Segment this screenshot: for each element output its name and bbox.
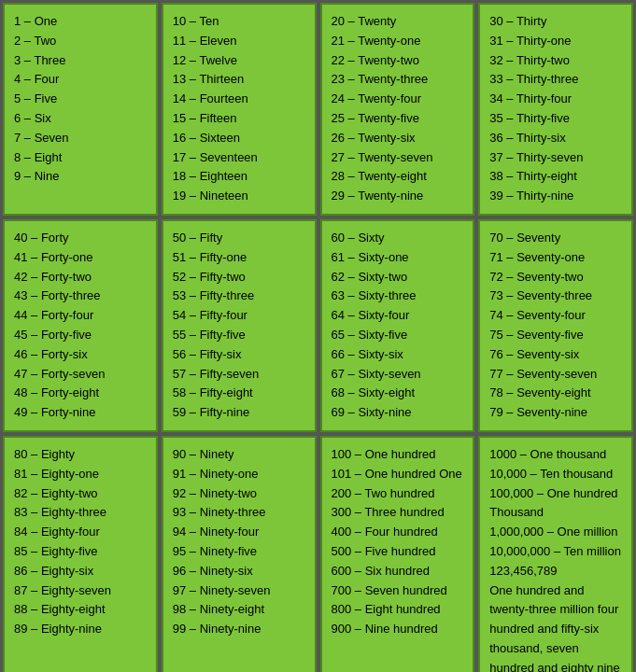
number-line: 34 – Thirty-four — [489, 90, 622, 109]
number-cell-cell-1000-plus: 1000 – One thousand10,000 – Ten thousand… — [478, 436, 633, 672]
number-line: 42 – Forty-two — [14, 268, 147, 287]
number-line: 91 – Ninety-one — [173, 465, 305, 484]
number-line: 39 – Thirty-nine — [489, 187, 622, 206]
number-line: 500 – Five hundred — [332, 542, 464, 562]
number-line: 100,000 – One hundred Thousand — [489, 484, 622, 524]
number-line: 900 – Nine hundred — [332, 620, 464, 639]
number-line: 400 – Four hundred — [332, 523, 464, 542]
number-line: 22 – Twenty-two — [332, 51, 464, 71]
number-line: One hundred and twenty-three million fou… — [489, 581, 622, 672]
number-line: 123,456,789 — [489, 562, 622, 581]
number-line: 40 – Forty — [14, 229, 147, 248]
number-cell-cell-50-59: 50 – Fifty51 – Fifty-one52 – Fifty-two53… — [162, 219, 317, 432]
number-line: 62 – Sixty-two — [332, 268, 464, 287]
number-cell-cell-70-79: 70 – Seventy71 – Seventy-one72 – Seventy… — [478, 219, 633, 432]
number-line: 13 – Thirteen — [173, 70, 305, 90]
number-line: 28 – Twenty-eight — [332, 167, 464, 187]
number-cell-cell-1-9: 1 – One2 – Two3 – Three4 – Four5 – Five6… — [3, 3, 158, 216]
number-line: 83 – Eighty-three — [14, 503, 147, 523]
number-cell-cell-60-69: 60 – Sixty61 – Sixty-one62 – Sixty-two63… — [320, 219, 475, 432]
number-line: 98 – Ninety-eight — [173, 600, 305, 620]
number-line: 63 – Sixty-three — [332, 287, 464, 306]
number-line: 49 – Forty-nine — [14, 403, 147, 423]
number-line: 78 – Seventy-eight — [489, 384, 622, 403]
number-line: 38 – Thirty-eight — [489, 167, 622, 187]
number-line: 31 – Thirty-one — [489, 32, 622, 51]
number-line: 56 – Fifty-six — [173, 345, 305, 365]
number-line: 19 – Nineteen — [173, 187, 305, 206]
number-cell-cell-20-29: 20 – Twenty21 – Twenty-one22 – Twenty-tw… — [320, 3, 475, 216]
number-line: 800 – Eight hundred — [332, 600, 464, 620]
number-line: 600 – Six hundred — [332, 562, 464, 581]
number-line: 76 – Seventy-six — [489, 345, 622, 365]
number-line: 27 – Twenty-seven — [332, 148, 464, 168]
number-line: 94 – Ninety-four — [173, 523, 305, 542]
number-line: 200 – Two hundred — [332, 484, 464, 504]
number-line: 43 – Forty-three — [14, 287, 147, 306]
number-cell-cell-10-19: 10 – Ten11 – Eleven12 – Twelve13 – Thirt… — [162, 3, 317, 216]
number-line: 53 – Fifty-three — [173, 287, 305, 306]
number-line: 79 – Seventy-nine — [489, 403, 622, 423]
number-line: 70 – Seventy — [489, 229, 622, 248]
number-line: 25 – Twenty-five — [332, 109, 464, 129]
number-line: 10,000 – Ten thousand — [489, 465, 622, 484]
number-line: 44 – Forty-four — [14, 306, 147, 326]
number-line: 10 – Ten — [173, 12, 305, 32]
number-line: 17 – Seventeen — [173, 148, 305, 168]
numbers-grid: 1 – One2 – Two3 – Three4 – Four5 – Five6… — [0, 0, 636, 672]
number-line: 96 – Ninety-six — [173, 562, 305, 581]
number-line: 58 – Fifty-eight — [173, 384, 305, 403]
number-line: 73 – Seventy-three — [489, 287, 622, 306]
number-line: 99 – Ninety-nine — [173, 620, 305, 639]
number-line: 60 – Sixty — [332, 229, 464, 248]
number-line: 20 – Twenty — [332, 12, 464, 32]
number-line: 21 – Twenty-one — [332, 32, 464, 51]
number-line: 61 – Sixty-one — [332, 248, 464, 268]
number-line: 24 – Twenty-four — [332, 90, 464, 109]
number-line: 15 – Fifteen — [173, 109, 305, 129]
number-line: 92 – Ninety-two — [173, 484, 305, 504]
number-line: 1,000,000 – One million — [489, 523, 622, 542]
number-cell-cell-80-89: 80 – Eighty81 – Eighty-one82 – Eighty-tw… — [3, 436, 158, 672]
number-line: 52 – Fifty-two — [173, 268, 305, 287]
number-cell-cell-100-900: 100 – One hundred101 – One hundred One20… — [320, 436, 475, 672]
number-line: 41 – Forty-one — [14, 248, 147, 268]
number-line: 86 – Eighty-six — [14, 562, 147, 581]
number-line: 69 – Sixty-nine — [332, 403, 464, 423]
number-line: 47 – Forty-seven — [14, 365, 147, 385]
number-line: 64 – Sixty-four — [332, 306, 464, 326]
number-line: 10,000,000 – Ten million — [489, 542, 622, 562]
number-line: 54 – Fifty-four — [173, 306, 305, 326]
number-line: 51 – Fifty-one — [173, 248, 305, 268]
number-line: 1000 – One thousand — [489, 445, 622, 465]
number-cell-cell-90-99: 90 – Ninety91 – Ninety-one92 – Ninety-tw… — [162, 436, 317, 672]
number-line: 67 – Sixty-seven — [332, 365, 464, 385]
number-line: 95 – Ninety-five — [173, 542, 305, 562]
number-line: 3 – Three — [14, 51, 147, 71]
number-line: 71 – Seventy-one — [489, 248, 622, 268]
number-line: 82 – Eighty-two — [14, 484, 147, 504]
number-line: 59 – Fifty-nine — [173, 403, 305, 423]
number-line: 46 – Forty-six — [14, 345, 147, 365]
number-line: 37 – Thirty-seven — [489, 148, 622, 168]
number-line: 88 – Eighty-eight — [14, 600, 147, 620]
number-line: 74 – Seventy-four — [489, 306, 622, 326]
number-line: 2 – Two — [14, 32, 147, 51]
number-line: 6 – Six — [14, 109, 147, 129]
number-line: 81 – Eighty-one — [14, 465, 147, 484]
number-line: 50 – Fifty — [173, 229, 305, 248]
number-line: 14 – Fourteen — [173, 90, 305, 109]
number-line: 5 – Five — [14, 90, 147, 109]
number-line: 36 – Thirty-six — [489, 129, 622, 148]
number-line: 90 – Ninety — [173, 445, 305, 465]
number-line: 48 – Forty-eight — [14, 384, 147, 403]
number-line: 30 – Thirty — [489, 12, 622, 32]
number-line: 75 – Seventy-five — [489, 326, 622, 345]
number-line: 80 – Eighty — [14, 445, 147, 465]
number-line: 300 – Three hundred — [332, 503, 464, 523]
number-line: 65 – Sixty-five — [332, 326, 464, 345]
number-line: 11 – Eleven — [173, 32, 305, 51]
number-line: 1 – One — [14, 12, 147, 32]
number-line: 72 – Seventy-two — [489, 268, 622, 287]
number-line: 93 – Ninety-three — [173, 503, 305, 523]
